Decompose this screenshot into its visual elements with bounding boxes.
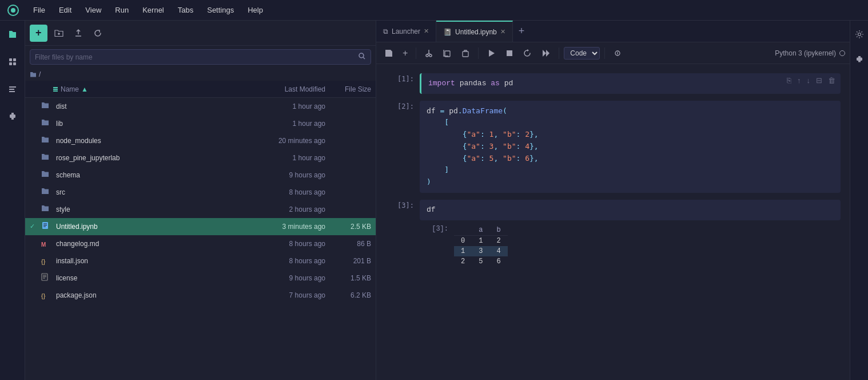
restart-button[interactable] bbox=[520, 47, 536, 60]
cell-3-body[interactable]: df bbox=[420, 200, 841, 220]
svg-rect-24 bbox=[463, 52, 468, 57]
paste-button[interactable] bbox=[457, 47, 473, 60]
file-row[interactable]: {} install.json 8 hours ago 201 B bbox=[25, 252, 376, 270]
svg-rect-2 bbox=[9, 58, 12, 61]
editor-area: ⧉ Launcher ✕ 📓 Untitled.ipynb ✕ + + bbox=[376, 21, 850, 380]
file-row[interactable]: style 2 hours ago bbox=[25, 201, 376, 218]
menu-kernel[interactable]: Kernel bbox=[140, 5, 166, 15]
tab-notebook[interactable]: 📓 Untitled.ipynb ✕ bbox=[436, 21, 513, 42]
cell-1-label: [1]: bbox=[385, 73, 420, 94]
file-row[interactable]: schema 9 hours ago bbox=[25, 167, 376, 184]
menu-tabs[interactable]: Tabs bbox=[176, 5, 196, 15]
svg-marker-25 bbox=[489, 50, 495, 57]
sidebar-files-btn[interactable] bbox=[3, 25, 22, 43]
kernel-circle-indicator bbox=[839, 50, 845, 56]
cell-1: [1]: import pandas as pd ⎘ ↑ ↓ ⊟ 🗑 bbox=[376, 71, 850, 96]
svg-rect-3 bbox=[13, 58, 16, 61]
cell-delete-btn[interactable]: 🗑 bbox=[826, 76, 837, 85]
sidebar-running-btn[interactable] bbox=[3, 53, 22, 71]
svg-point-22 bbox=[429, 54, 432, 57]
refresh-button[interactable] bbox=[90, 25, 106, 41]
toolbar-separator bbox=[559, 48, 559, 59]
nb-toolbar: + C bbox=[376, 42, 850, 64]
cell-split-btn[interactable]: ⊟ bbox=[814, 76, 824, 85]
launcher-tab-icon: ⧉ bbox=[383, 27, 388, 35]
notebook-icon bbox=[41, 221, 53, 231]
icon-sidebar bbox=[0, 21, 25, 380]
new-file-button[interactable]: + bbox=[30, 25, 47, 42]
launcher-tab-close[interactable]: ✕ bbox=[424, 27, 429, 35]
file-row[interactable]: {} package.json 7 hours ago 6.2 KB bbox=[25, 287, 376, 304]
svg-rect-5 bbox=[13, 62, 16, 65]
toolbar-separator bbox=[478, 48, 479, 59]
app-logo bbox=[7, 4, 19, 17]
breadcrumb: / bbox=[25, 68, 376, 81]
menu-view[interactable]: View bbox=[83, 5, 103, 15]
interrupt-button[interactable] bbox=[501, 47, 517, 60]
search-icon bbox=[358, 52, 366, 62]
file-row[interactable]: lib 1 hour ago bbox=[25, 115, 376, 132]
upload-button[interactable] bbox=[70, 25, 86, 41]
dataframe-table: a b 0 1 2 1 3 bbox=[454, 225, 508, 267]
folder-icon bbox=[41, 136, 53, 145]
notebook-tab-label: Untitled.ipynb bbox=[455, 28, 497, 36]
cell-1-body[interactable]: import pandas as pd ⎘ ↑ ↓ ⊟ 🗑 bbox=[420, 73, 841, 94]
tab-launcher[interactable]: ⧉ Launcher ✕ bbox=[376, 21, 436, 42]
menu-settings[interactable]: Settings bbox=[205, 5, 236, 15]
right-sidebar bbox=[850, 21, 868, 380]
save-button[interactable] bbox=[381, 47, 397, 60]
menu-file[interactable]: File bbox=[31, 5, 47, 15]
col-name-header[interactable]: Name ▲ bbox=[53, 85, 245, 93]
settings-icon-btn[interactable] bbox=[850, 25, 869, 43]
sidebar-toc-btn[interactable] bbox=[3, 80, 22, 98]
file-row[interactable]: M changelog.md 8 hours ago 86 B bbox=[25, 235, 376, 252]
menu-bar: File Edit View Run Kernel Tabs Settings … bbox=[0, 0, 868, 21]
file-row[interactable]: rose_pine_jupyterlab 1 hour ago bbox=[25, 149, 376, 167]
debug-button[interactable] bbox=[610, 47, 626, 60]
df-row-1: 1 3 4 bbox=[454, 246, 508, 256]
restart-run-all-button[interactable] bbox=[538, 47, 554, 60]
cell-2-label: [2]: bbox=[385, 101, 420, 193]
search-input[interactable] bbox=[35, 53, 358, 61]
df-row-0: 0 1 2 bbox=[454, 235, 508, 246]
cell-down-btn[interactable]: ↓ bbox=[805, 76, 813, 85]
sidebar-extensions-btn[interactable] bbox=[3, 108, 22, 126]
json-icon: {} bbox=[41, 291, 53, 300]
svg-rect-26 bbox=[507, 50, 512, 56]
menu-help[interactable]: Help bbox=[245, 5, 265, 15]
svg-marker-28 bbox=[546, 50, 550, 57]
copy-button[interactable] bbox=[439, 47, 455, 60]
menu-run[interactable]: Run bbox=[113, 5, 131, 15]
file-row[interactable]: node_modules 20 minutes ago bbox=[25, 132, 376, 149]
run-cell-button[interactable] bbox=[483, 47, 499, 60]
cell-3-label: [3]: bbox=[385, 200, 420, 220]
file-row[interactable]: dist 1 hour ago bbox=[25, 98, 376, 115]
cut-button[interactable] bbox=[421, 47, 437, 60]
output-cell: [3]: a b 0 1 bbox=[420, 225, 841, 267]
file-row-selected[interactable]: ✓ Untitled.ipynb 3 minutes ago 2.5 KB bbox=[25, 218, 376, 235]
output-content: a b 0 1 2 1 3 bbox=[454, 225, 841, 267]
menu-edit[interactable]: Edit bbox=[57, 5, 74, 15]
kernel-status: Python 3 (ipykernel) bbox=[775, 49, 845, 57]
df-row-2: 2 5 6 bbox=[454, 256, 508, 267]
add-cell-button[interactable]: + bbox=[399, 46, 411, 60]
svg-point-1 bbox=[11, 8, 15, 13]
col-size-header: File Size bbox=[325, 85, 371, 93]
folder-icon bbox=[41, 170, 53, 180]
cell-up-btn[interactable]: ↑ bbox=[795, 76, 803, 85]
svg-rect-4 bbox=[9, 62, 12, 65]
tab-bar: ⧉ Launcher ✕ 📓 Untitled.ipynb ✕ + bbox=[376, 21, 850, 42]
extension-icon-btn[interactable] bbox=[850, 50, 869, 69]
json-icon: {} bbox=[41, 256, 53, 266]
new-folder-button[interactable] bbox=[51, 25, 67, 41]
notebook-tab-close[interactable]: ✕ bbox=[500, 28, 505, 35]
svg-rect-6 bbox=[9, 86, 16, 88]
svg-rect-12 bbox=[53, 90, 58, 92]
toolbar-separator bbox=[604, 48, 605, 59]
tab-add-button[interactable]: + bbox=[513, 21, 531, 42]
file-row[interactable]: license 9 hours ago 1.5 KB bbox=[25, 270, 376, 287]
cell-type-select[interactable]: Code bbox=[564, 47, 600, 60]
file-row[interactable]: src 8 hours ago bbox=[25, 184, 376, 201]
cell-copy-btn[interactable]: ⎘ bbox=[785, 76, 793, 85]
cell-2-body[interactable]: df = pd.DataFrame( [ {"a": 1, "b": 2}, {… bbox=[420, 101, 841, 193]
